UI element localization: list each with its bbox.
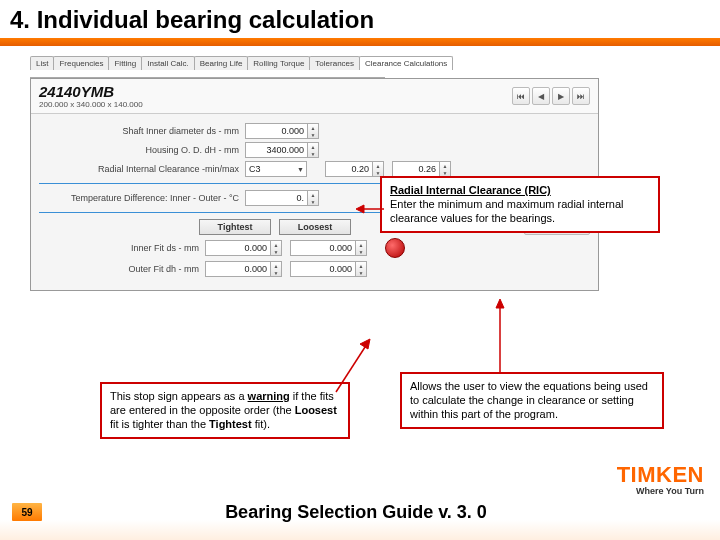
tab-strip: List Frequencies Fitting Install Calc. B… [30, 54, 690, 70]
slide-footer: 59 Bearing Selection Guide v. 3. 0 [0, 484, 720, 540]
ric-label: Radial Internal Clearance -min/max [39, 164, 245, 174]
page-number: 59 [12, 503, 42, 521]
tab-fitting[interactable]: Fitting [108, 56, 142, 70]
outer-fit-label: Outer Fit dh - mm [39, 264, 205, 274]
housing-od-label: Housing O. D. dH - mm [39, 145, 245, 155]
stop-callout-text: This stop sign appears as a warning if t… [110, 390, 337, 430]
nav-first-button[interactable]: ⏮ [512, 87, 530, 105]
shaft-diameter-label: Shaft Inner diameter ds - mm [39, 126, 245, 136]
slide-title: 4. Individual bearing calculation [10, 6, 710, 34]
inner-fit-label: Inner Fit ds - mm [39, 243, 205, 253]
tab-rolling-torque[interactable]: Rolling Torque [247, 56, 310, 70]
svg-marker-1 [356, 205, 364, 213]
part-number: 24140YMB [39, 83, 143, 100]
svg-marker-3 [496, 299, 504, 308]
housing-od-spinner[interactable]: ▲▼ [308, 142, 319, 158]
temp-diff-label: Temperature Difference: Inner - Outer - … [39, 193, 245, 203]
tab-list[interactable]: List [30, 56, 54, 70]
shaft-diameter-input[interactable]: 0.000 [245, 123, 308, 139]
nav-prev-button[interactable]: ◀ [532, 87, 550, 105]
tab-tolerances[interactable]: Tolerances [309, 56, 360, 70]
temp-diff-spinner[interactable]: ▲▼ [308, 190, 319, 206]
outer-fit-tightest-input[interactable]: 0.000 [205, 261, 271, 277]
housing-od-input[interactable]: 3400.000 [245, 142, 308, 158]
ric-callout-title: Radial Internal Clearance (RIC) [390, 184, 551, 196]
inner-fit-loosest-input[interactable]: 0.000 [290, 240, 356, 256]
title-divider [0, 38, 720, 46]
inner-fit-tightest-input[interactable]: 0.000 [205, 240, 271, 256]
shaft-diameter-spinner[interactable]: ▲▼ [308, 123, 319, 139]
chevron-down-icon: ▼ [297, 166, 304, 173]
part-dimensions: 200.000 x 340.000 x 140.000 [39, 100, 143, 109]
tab-frequencies[interactable]: Frequencies [53, 56, 109, 70]
ric-min-spinner[interactable]: ▲▼ [373, 161, 384, 177]
stop-sign-icon [385, 238, 405, 258]
tab-bearing-life[interactable]: Bearing Life [194, 56, 249, 70]
outer-fit-loosest-input[interactable]: 0.000 [290, 261, 356, 277]
ric-callout-body: Enter the minimum and maximum radial int… [390, 198, 624, 224]
inner-fit-tightest-spinner[interactable]: ▲▼ [271, 240, 282, 256]
ric-max-spinner[interactable]: ▲▼ [440, 161, 451, 177]
temp-diff-input[interactable]: 0. [245, 190, 308, 206]
svg-marker-2 [360, 339, 370, 349]
ric-callout: Radial Internal Clearance (RIC) Enter th… [380, 176, 660, 233]
inner-fit-loosest-spinner[interactable]: ▲▼ [356, 240, 367, 256]
footer-title: Bearing Selection Guide v. 3. 0 [42, 502, 670, 523]
tightest-header: Tightest [199, 219, 271, 235]
arrow-icon [332, 336, 382, 396]
ric-class-value: C3 [249, 164, 261, 174]
equations-callout: Allows the user to view the equations be… [400, 372, 664, 429]
tab-clearance-calc[interactable]: Clearance Calculations [359, 56, 453, 70]
stop-sign-callout: This stop sign appears as a warning if t… [100, 382, 350, 439]
tab-install-calc[interactable]: Install Calc. [141, 56, 194, 70]
ric-min-input[interactable]: 0.20 [325, 161, 373, 177]
arrow-icon [356, 201, 386, 217]
equations-callout-body: Allows the user to view the equations be… [410, 380, 648, 420]
arrow-icon [480, 296, 520, 376]
loosest-header: Loosest [279, 219, 351, 235]
nav-next-button[interactable]: ▶ [552, 87, 570, 105]
ric-class-select[interactable]: C3 ▼ [245, 161, 307, 177]
outer-fit-loosest-spinner[interactable]: ▲▼ [356, 261, 367, 277]
nav-last-button[interactable]: ⏭ [572, 87, 590, 105]
ric-max-input[interactable]: 0.26 [392, 161, 440, 177]
outer-fit-tightest-spinner[interactable]: ▲▼ [271, 261, 282, 277]
